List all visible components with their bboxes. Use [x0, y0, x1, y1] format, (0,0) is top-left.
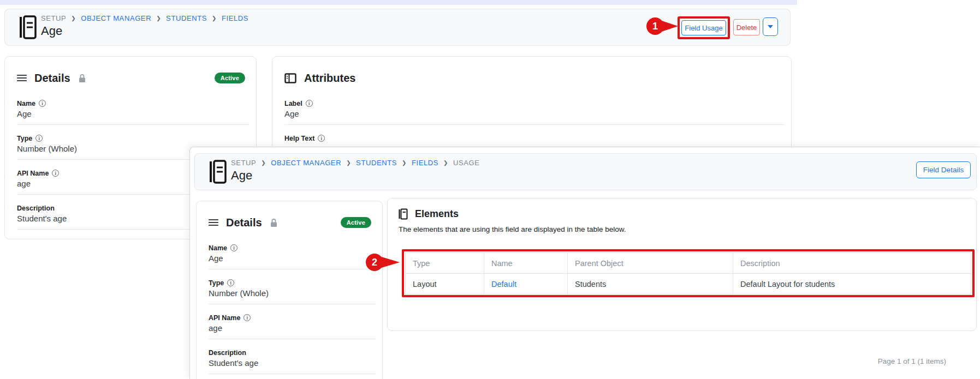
field-value: Age	[209, 254, 376, 264]
chevron-right-icon: ❯	[156, 15, 161, 21]
annotation-pin-1: 1	[642, 14, 680, 38]
breadcrumb-item-setup: SETUP	[41, 14, 66, 22]
breadcrumb: SETUP ❯ OBJECT MANAGER ❯ STUDENTS ❯ FIEL…	[231, 158, 480, 167]
field-object-icon	[19, 15, 37, 39]
info-icon[interactable]: i	[306, 100, 313, 107]
field-name: Namei Age	[17, 99, 250, 125]
cell-description: Default Layout for students	[733, 274, 971, 294]
browser-edge-strip	[0, 0, 797, 5]
divider	[209, 304, 376, 304]
breadcrumb-item-object-manager[interactable]: OBJECT MANAGER	[271, 159, 341, 167]
field-label: Type	[209, 279, 224, 287]
divider	[209, 339, 376, 339]
layout-panel-icon	[284, 73, 296, 83]
field-label: Label	[284, 100, 302, 107]
field-value: Age	[17, 109, 250, 119]
field-usage-button[interactable]: Field Usage	[681, 20, 726, 35]
breadcrumb-item-setup: SETUP	[231, 159, 256, 167]
divider	[17, 124, 250, 125]
page-header-2: SETUP ❯ OBJECT MANAGER ❯ STUDENTS ❯ FIEL…	[194, 153, 977, 190]
annotation-number: 2	[372, 257, 377, 268]
annotation-number: 1	[652, 21, 658, 32]
highlight-box-field-usage: Field Usage	[678, 16, 730, 39]
field-details-button[interactable]: Field Details	[916, 161, 971, 178]
status-badge: Active	[215, 73, 245, 83]
details-card: Details Active Namei Age Typei Num	[196, 201, 383, 379]
delete-button[interactable]: Delete	[733, 19, 760, 35]
breadcrumb-item-fields[interactable]: FIELDS	[412, 159, 438, 167]
highlight-box-elements-table: Type Name Parent Object Description Layo…	[402, 249, 975, 297]
divider	[209, 374, 376, 374]
lock-icon	[270, 218, 278, 227]
field-label: Name	[209, 244, 227, 252]
column-header-parent-object[interactable]: Parent Object	[568, 253, 733, 274]
field-label: API Name	[17, 170, 49, 177]
field-value: Age	[284, 109, 785, 119]
page-title: Age	[231, 169, 480, 183]
field-label: API Name	[209, 314, 240, 322]
cell-parent-object: Students	[568, 274, 733, 294]
chevron-down-icon	[768, 25, 773, 28]
field-label: Type	[17, 135, 32, 142]
elements-table: Type Name Parent Object Description Layo…	[405, 252, 971, 294]
table-header-row: Type Name Parent Object Description	[406, 253, 971, 274]
info-icon[interactable]: i	[227, 279, 234, 286]
divider	[209, 269, 376, 269]
field-label: Name	[17, 100, 35, 107]
chevron-right-icon: ❯	[346, 160, 351, 166]
breadcrumb-item-usage: USAGE	[453, 159, 480, 167]
elements-description: The elements that are using this field a…	[388, 220, 976, 233]
field-value: age	[209, 323, 376, 334]
breadcrumb-item-object-manager[interactable]: OBJECT MANAGER	[81, 14, 151, 22]
info-icon[interactable]: i	[52, 170, 59, 177]
field-type: Typei Number (Whole)	[209, 278, 376, 304]
field-value: Number (Whole)	[209, 288, 376, 299]
chevron-right-icon: ❯	[402, 160, 407, 166]
card-title: Details	[226, 214, 262, 231]
info-icon[interactable]: i	[39, 100, 46, 107]
field-label: Description	[209, 349, 246, 357]
page-icon	[399, 208, 408, 220]
pagination-label: Page 1 of 1 (1 items)	[878, 357, 946, 365]
more-actions-dropdown[interactable]	[763, 17, 778, 36]
info-icon[interactable]: i	[35, 135, 43, 142]
list-icon	[17, 74, 27, 82]
field-label: Description	[17, 204, 55, 212]
second-screenshot: SETUP ❯ OBJECT MANAGER ❯ STUDENTS ❯ FIEL…	[189, 147, 980, 379]
info-icon[interactable]: i	[243, 314, 251, 321]
column-header-description[interactable]: Description	[733, 253, 971, 274]
divider	[284, 124, 785, 125]
info-icon[interactable]: i	[230, 244, 237, 251]
field-label: Labeli Age	[284, 99, 785, 125]
elements-card: Elements The elements that are using thi…	[387, 198, 977, 331]
screenshot-canvas: SETUP ❯ OBJECT MANAGER ❯ STUDENTS ❯ FIEL…	[0, 0, 980, 379]
card-title: Attributes	[304, 70, 355, 86]
chevron-right-icon: ❯	[261, 160, 266, 166]
field-object-icon	[209, 160, 227, 184]
field-name: Namei Age	[209, 243, 376, 269]
field-description: Description Student's age	[209, 348, 376, 374]
column-header-type[interactable]: Type	[406, 253, 484, 274]
chevron-right-icon: ❯	[443, 160, 448, 166]
breadcrumb-item-fields[interactable]: FIELDS	[222, 14, 248, 22]
field-value: Student's age	[209, 358, 376, 369]
annotation-pin-2: 2	[361, 250, 402, 274]
cell-type: Layout	[406, 274, 484, 294]
chevron-right-icon: ❯	[71, 15, 76, 21]
lock-icon	[78, 74, 86, 83]
field-label: Help Text	[284, 135, 314, 142]
card-title: Details	[34, 70, 70, 86]
breadcrumb-item-students[interactable]: STUDENTS	[166, 14, 207, 22]
breadcrumb-item-students[interactable]: STUDENTS	[356, 159, 397, 167]
card-title: Elements	[415, 207, 459, 220]
status-badge: Active	[341, 217, 371, 228]
list-icon	[209, 219, 218, 226]
chevron-right-icon: ❯	[212, 15, 217, 21]
page-title: Age	[41, 24, 248, 38]
field-api-name: API Namei age	[209, 313, 376, 339]
table-row: Layout Default Students Default Layout f…	[406, 274, 971, 294]
breadcrumb: SETUP ❯ OBJECT MANAGER ❯ STUDENTS ❯ FIEL…	[41, 14, 248, 22]
info-icon[interactable]: i	[318, 135, 325, 142]
cell-name-link[interactable]: Default	[491, 280, 516, 288]
column-header-name[interactable]: Name	[484, 253, 568, 274]
